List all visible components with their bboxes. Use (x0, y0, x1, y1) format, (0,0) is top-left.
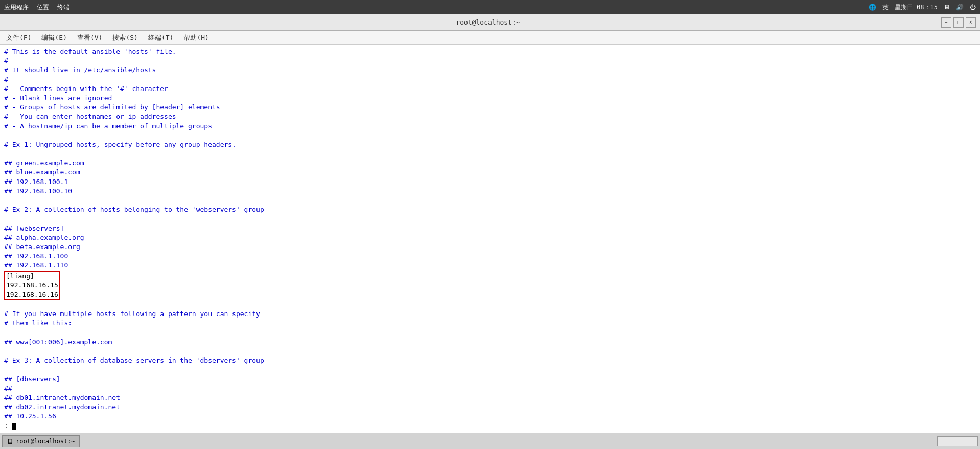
menu-bar: 文件(F) 编辑(E) 查看(V) 搜索(S) 终端(T) 帮助(H) (0, 31, 980, 45)
line-33 (4, 365, 976, 374)
power-icon: ⏻ (970, 4, 976, 11)
cursor-line: : (4, 421, 976, 431)
taskbar: 🖥 root@localhost:~ (0, 433, 980, 449)
menu-edit[interactable]: 编辑(E) (37, 32, 71, 43)
line-14: ## blue.example.com (4, 168, 976, 177)
line-13: ## green.example.com (4, 159, 976, 168)
ip-line-2: 192.168.16.16 (6, 290, 58, 299)
taskbar-left: 🖥 root@localhost:~ (2, 435, 80, 447)
taskbar-right (937, 436, 978, 446)
title-bar: root@localhost:~ − □ × (0, 14, 980, 31)
terminal-window: root@localhost:~ − □ × 文件(F) 编辑(E) 查看(V)… (0, 14, 980, 449)
line-9: # - A hostname/ip can be a member of mul… (4, 122, 976, 131)
highlighted-block: [liang] 192.168.16.15 192.168.16.16 (4, 271, 60, 301)
line-22: ## beta.example.org (4, 242, 976, 252)
menu-view[interactable]: 查看(V) (73, 32, 106, 43)
line-15: ## 192.168.100.1 (4, 177, 976, 187)
lang-indicator: 英 (882, 3, 889, 12)
taskbar-terminal-label: root@localhost:~ (16, 438, 75, 445)
menu-search[interactable]: 搜索(S) (108, 32, 142, 43)
line-7: # - Groups of hosts are delimited by [he… (4, 103, 976, 112)
location-menu[interactable]: 位置 (37, 3, 49, 12)
line-16: ## 192.168.100.10 (4, 187, 976, 196)
app-menu[interactable]: 应用程序 (4, 3, 29, 12)
line-32: # Ex 3: A collection of database servers… (4, 356, 976, 365)
taskbar-terminal-icon: 🖥 (7, 437, 14, 445)
line-6: # - Blank lines are ignored (4, 94, 976, 103)
line-28: # them like this: (4, 319, 976, 328)
line-30: ## www[001:006].example.com (4, 338, 976, 347)
line-18: # Ex 2: A collection of hosts belonging … (4, 205, 976, 214)
taskbar-input-box (937, 436, 978, 446)
window-title: root@localhost:~ (35, 18, 941, 26)
datetime: 星期日 08：15 (895, 3, 938, 12)
system-bar-right: 🌐 英 星期日 08：15 🖥 🔊 ⏻ (869, 3, 976, 12)
highlighted-group: [liang] 192.168.16.15 192.168.16.16 (4, 271, 60, 301)
line-21: ## alpha.example.org (4, 233, 976, 242)
ip-line-1: 192.168.16.15 (6, 281, 58, 290)
line-blank-post-highlight (4, 300, 976, 309)
line-3: # It should live in /etc/ansible/hosts (4, 65, 976, 75)
minimize-button[interactable]: − (941, 17, 951, 28)
close-button[interactable]: × (966, 17, 976, 28)
line-8: # - You can enter hostnames or ip addres… (4, 112, 976, 121)
menu-file[interactable]: 文件(F) (2, 32, 35, 43)
line-29 (4, 328, 976, 338)
line-24: ## 192.168.1.110 (4, 261, 976, 270)
taskbar-terminal-item[interactable]: 🖥 root@localhost:~ (2, 435, 80, 447)
line-5: # - Comments begin with the '#' characte… (4, 84, 976, 94)
line-37: ## db02.intranet.mydomain.net (4, 402, 976, 412)
line-34: ## [dbservers] (4, 375, 976, 384)
globe-icon: 🌐 (869, 4, 876, 11)
terminal-wrapper[interactable]: # This is the default ansible 'hosts' fi… (0, 45, 980, 449)
system-bar: 应用程序 位置 终端 🌐 英 星期日 08：15 🖥 🔊 ⏻ (0, 0, 980, 14)
line-19 (4, 214, 976, 223)
volume-icon: 🔊 (956, 4, 964, 11)
line-35: ## (4, 384, 976, 393)
line-10 (4, 131, 976, 140)
network-icon: 🖥 (944, 4, 950, 11)
line-36: ## db01.intranet.mydomain.net (4, 393, 976, 402)
line-2: # (4, 56, 976, 65)
line-17 (4, 196, 976, 205)
line-4: # (4, 75, 976, 84)
line-27: # If you have multiple hosts following a… (4, 309, 976, 319)
line-38: ## 10.25.1.56 (4, 412, 976, 421)
line-23: ## 192.168.1.100 (4, 252, 976, 261)
menu-help[interactable]: 帮助(H) (179, 32, 213, 43)
line-12 (4, 149, 976, 159)
window-controls: − □ × (941, 17, 976, 28)
system-bar-left: 应用程序 位置 终端 (4, 3, 69, 12)
line-20: ## [webservers] (4, 224, 976, 233)
terminal-menu[interactable]: 终端 (57, 3, 69, 12)
liang-header: [liang] (6, 272, 58, 281)
line-1: # This is the default ansible 'hosts' fi… (4, 47, 976, 56)
terminal-content[interactable]: # This is the default ansible 'hosts' fi… (0, 45, 980, 433)
line-31 (4, 347, 976, 356)
maximize-button[interactable]: □ (953, 17, 964, 28)
menu-terminal[interactable]: 终端(T) (144, 32, 177, 43)
cursor-block (12, 423, 16, 430)
line-11: # Ex 1: Ungrouped hosts, specify before … (4, 140, 976, 149)
